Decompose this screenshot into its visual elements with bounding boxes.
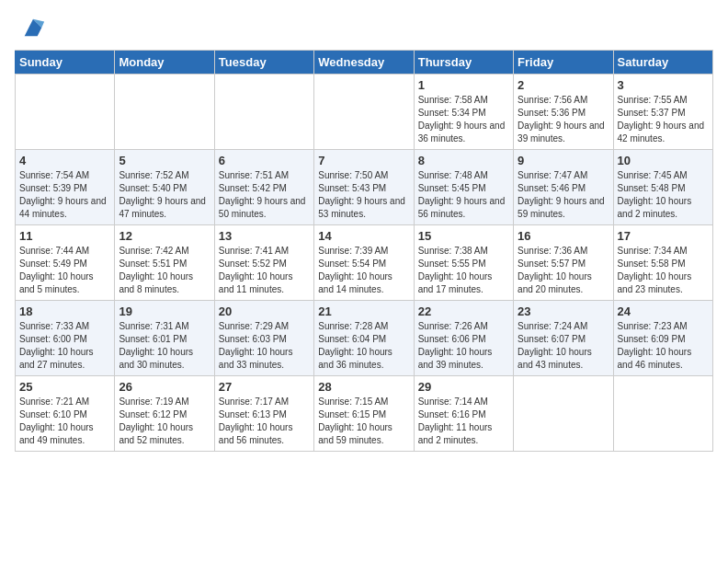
day-info: Sunrise: 7:50 AM Sunset: 5:43 PM Dayligh… [318, 169, 409, 221]
day-number: 29 [418, 380, 509, 394]
day-cell: 9Sunrise: 7:47 AM Sunset: 5:46 PM Daylig… [514, 150, 613, 225]
day-cell: 11Sunrise: 7:44 AM Sunset: 5:49 PM Dayli… [16, 225, 115, 301]
day-number: 4 [19, 154, 110, 167]
day-cell [613, 376, 712, 452]
week-row-4: 25Sunrise: 7:21 AM Sunset: 6:10 PM Dayli… [16, 376, 713, 452]
day-number: 3 [618, 78, 709, 92]
day-cell: 23Sunrise: 7:24 AM Sunset: 6:07 PM Dayli… [514, 301, 613, 376]
day-number: 1 [418, 78, 509, 92]
day-info: Sunrise: 7:29 AM Sunset: 6:03 PM Dayligh… [219, 320, 310, 372]
day-cell: 5Sunrise: 7:52 AM Sunset: 5:40 PM Daylig… [115, 150, 214, 225]
day-cell: 2Sunrise: 7:56 AM Sunset: 5:36 PM Daylig… [514, 75, 613, 150]
day-cell: 26Sunrise: 7:19 AM Sunset: 6:12 PM Dayli… [115, 376, 214, 452]
day-cell: 27Sunrise: 7:17 AM Sunset: 6:13 PM Dayli… [214, 376, 313, 452]
day-number: 7 [318, 154, 409, 167]
logo [15, 15, 46, 40]
header-row: SundayMondayTuesdayWednesdayThursdayFrid… [16, 51, 713, 75]
day-number: 22 [418, 304, 509, 318]
day-number: 5 [119, 154, 210, 167]
day-cell [115, 75, 214, 150]
day-info: Sunrise: 7:23 AM Sunset: 6:09 PM Dayligh… [618, 320, 709, 372]
day-info: Sunrise: 7:54 AM Sunset: 5:39 PM Dayligh… [19, 169, 110, 221]
day-info: Sunrise: 7:39 AM Sunset: 5:54 PM Dayligh… [318, 245, 409, 296]
header-cell-sunday: Sunday [16, 51, 115, 75]
day-cell: 14Sunrise: 7:39 AM Sunset: 5:54 PM Dayli… [314, 225, 414, 301]
day-cell [16, 75, 115, 150]
day-cell: 28Sunrise: 7:15 AM Sunset: 6:15 PM Dayli… [314, 376, 414, 452]
day-info: Sunrise: 7:31 AM Sunset: 6:01 PM Dayligh… [119, 320, 210, 372]
day-cell [514, 376, 613, 452]
day-cell: 8Sunrise: 7:48 AM Sunset: 5:45 PM Daylig… [414, 150, 513, 225]
day-number: 12 [119, 229, 210, 243]
day-cell: 19Sunrise: 7:31 AM Sunset: 6:01 PM Dayli… [115, 301, 214, 376]
day-info: Sunrise: 7:48 AM Sunset: 5:45 PM Dayligh… [418, 169, 509, 221]
day-number: 13 [219, 229, 310, 243]
header-cell-thursday: Thursday [414, 51, 513, 75]
day-cell: 18Sunrise: 7:33 AM Sunset: 6:00 PM Dayli… [16, 301, 115, 376]
day-cell: 24Sunrise: 7:23 AM Sunset: 6:09 PM Dayli… [613, 301, 712, 376]
header-cell-friday: Friday [514, 51, 613, 75]
day-number: 20 [219, 304, 310, 318]
day-cell [314, 75, 414, 150]
day-cell: 13Sunrise: 7:41 AM Sunset: 5:52 PM Dayli… [214, 225, 313, 301]
day-number: 26 [119, 380, 210, 394]
day-info: Sunrise: 7:34 AM Sunset: 5:58 PM Dayligh… [618, 245, 709, 296]
day-number: 24 [618, 304, 709, 318]
day-number: 8 [418, 154, 509, 167]
day-number: 11 [19, 229, 110, 243]
day-number: 25 [19, 380, 110, 394]
day-cell: 22Sunrise: 7:26 AM Sunset: 6:06 PM Dayli… [414, 301, 513, 376]
header-cell-wednesday: Wednesday [314, 51, 414, 75]
day-cell: 7Sunrise: 7:50 AM Sunset: 5:43 PM Daylig… [314, 150, 414, 225]
day-cell: 6Sunrise: 7:51 AM Sunset: 5:42 PM Daylig… [214, 150, 313, 225]
day-number: 23 [518, 304, 609, 318]
day-cell: 15Sunrise: 7:38 AM Sunset: 5:55 PM Dayli… [414, 225, 513, 301]
day-cell: 1Sunrise: 7:58 AM Sunset: 5:34 PM Daylig… [414, 75, 513, 150]
day-number: 14 [318, 229, 409, 243]
day-cell: 29Sunrise: 7:14 AM Sunset: 6:16 PM Dayli… [414, 376, 513, 452]
day-cell: 10Sunrise: 7:45 AM Sunset: 5:48 PM Dayli… [613, 150, 712, 225]
day-cell: 16Sunrise: 7:36 AM Sunset: 5:57 PM Dayli… [514, 225, 613, 301]
day-cell: 12Sunrise: 7:42 AM Sunset: 5:51 PM Dayli… [115, 225, 214, 301]
day-info: Sunrise: 7:15 AM Sunset: 6:15 PM Dayligh… [318, 396, 409, 447]
day-info: Sunrise: 7:19 AM Sunset: 6:12 PM Dayligh… [119, 396, 210, 447]
header-cell-saturday: Saturday [613, 51, 712, 75]
day-number: 15 [418, 229, 509, 243]
day-info: Sunrise: 7:42 AM Sunset: 5:51 PM Dayligh… [119, 245, 210, 296]
day-number: 18 [19, 304, 110, 318]
day-cell: 25Sunrise: 7:21 AM Sunset: 6:10 PM Dayli… [16, 376, 115, 452]
day-cell [214, 75, 313, 150]
week-row-3: 18Sunrise: 7:33 AM Sunset: 6:00 PM Dayli… [16, 301, 713, 376]
day-cell: 20Sunrise: 7:29 AM Sunset: 6:03 PM Dayli… [214, 301, 313, 376]
day-number: 17 [618, 229, 709, 243]
day-cell: 17Sunrise: 7:34 AM Sunset: 5:58 PM Dayli… [613, 225, 712, 301]
day-info: Sunrise: 7:58 AM Sunset: 5:34 PM Dayligh… [418, 94, 509, 145]
day-number: 27 [219, 380, 310, 394]
week-row-0: 1Sunrise: 7:58 AM Sunset: 5:34 PM Daylig… [16, 75, 713, 150]
header [15, 15, 713, 40]
day-cell: 4Sunrise: 7:54 AM Sunset: 5:39 PM Daylig… [16, 150, 115, 225]
day-number: 6 [219, 154, 310, 167]
day-number: 19 [119, 304, 210, 318]
day-number: 16 [518, 229, 609, 243]
day-info: Sunrise: 7:41 AM Sunset: 5:52 PM Dayligh… [219, 245, 310, 296]
day-number: 10 [618, 154, 709, 167]
day-info: Sunrise: 7:33 AM Sunset: 6:00 PM Dayligh… [19, 320, 110, 372]
week-row-1: 4Sunrise: 7:54 AM Sunset: 5:39 PM Daylig… [16, 150, 713, 225]
day-info: Sunrise: 7:24 AM Sunset: 6:07 PM Dayligh… [518, 320, 609, 372]
day-info: Sunrise: 7:45 AM Sunset: 5:48 PM Dayligh… [618, 169, 709, 221]
day-info: Sunrise: 7:28 AM Sunset: 6:04 PM Dayligh… [318, 320, 409, 372]
day-info: Sunrise: 7:55 AM Sunset: 5:37 PM Dayligh… [618, 94, 709, 145]
day-number: 21 [318, 304, 409, 318]
day-info: Sunrise: 7:26 AM Sunset: 6:06 PM Dayligh… [418, 320, 509, 372]
day-number: 9 [518, 154, 609, 167]
day-info: Sunrise: 7:52 AM Sunset: 5:40 PM Dayligh… [119, 169, 210, 221]
main-container: SundayMondayTuesdayWednesdayThursdayFrid… [0, 0, 728, 459]
day-info: Sunrise: 7:51 AM Sunset: 5:42 PM Dayligh… [219, 169, 310, 221]
day-cell: 21Sunrise: 7:28 AM Sunset: 6:04 PM Dayli… [314, 301, 414, 376]
day-number: 28 [318, 380, 409, 394]
day-info: Sunrise: 7:36 AM Sunset: 5:57 PM Dayligh… [518, 245, 609, 296]
calendar-table: SundayMondayTuesdayWednesdayThursdayFrid… [15, 50, 713, 452]
day-info: Sunrise: 7:21 AM Sunset: 6:10 PM Dayligh… [19, 396, 110, 447]
day-cell: 3Sunrise: 7:55 AM Sunset: 5:37 PM Daylig… [613, 75, 712, 150]
